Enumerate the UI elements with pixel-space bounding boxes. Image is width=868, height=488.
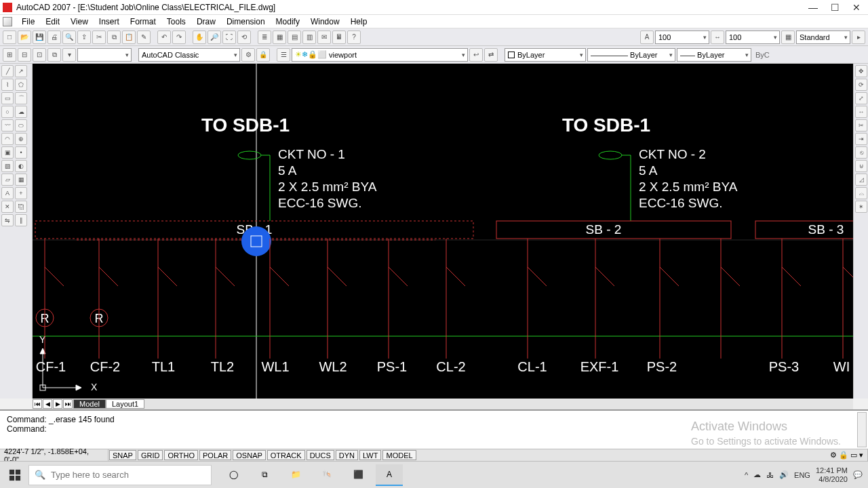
tab-layout1[interactable]: Layout1 — [106, 399, 144, 409]
zoom-rt-icon[interactable]: 🔎 — [208, 30, 221, 44]
lineweight-combo[interactable]: —— ByLayer — [677, 48, 751, 62]
insert-icon[interactable]: ⊕ — [15, 133, 27, 145]
taskbar-search[interactable]: 🔍 Type here to search — [28, 465, 212, 485]
menu-insert[interactable]: Insert — [94, 16, 125, 28]
ws5-icon[interactable]: ▾ — [62, 48, 76, 62]
extend-icon[interactable]: ⇥ — [855, 133, 867, 145]
tab-model[interactable]: Model — [73, 399, 106, 409]
revcloud-icon[interactable]: ☁ — [15, 106, 27, 118]
publish-icon[interactable]: ⇪ — [77, 30, 91, 44]
hatch-icon[interactable]: ▨ — [1, 160, 14, 172]
tray-notifications-icon[interactable]: 💬 — [853, 470, 863, 479]
minimize-button[interactable]: — — [808, 2, 818, 13]
menu-draw[interactable]: Draw — [191, 16, 221, 28]
dim-scale-combo[interactable]: 100 — [726, 30, 780, 44]
tray-network-icon[interactable]: 🖧 — [766, 471, 774, 479]
tab-next-icon[interactable]: ▶ — [53, 399, 62, 409]
mirror-icon[interactable]: ⇋ — [1, 214, 14, 226]
toggle-ortho[interactable]: ORTHO — [164, 450, 198, 460]
spline-icon[interactable]: 〰 — [1, 119, 14, 131]
textstyle-icon[interactable]: A — [640, 30, 654, 44]
menu-view[interactable]: View — [65, 16, 94, 28]
task-autocad-icon[interactable]: A — [376, 464, 403, 486]
task-app2-icon[interactable]: ⬛ — [344, 464, 372, 486]
arc-icon[interactable]: ⌒ — [15, 92, 27, 104]
task-explorer-icon[interactable]: 📁 — [282, 464, 309, 486]
cut-icon[interactable]: ✂ — [92, 30, 106, 44]
addsel-icon[interactable]: + — [15, 187, 27, 199]
table-icon2[interactable]: ▦ — [15, 174, 27, 186]
menu-modify[interactable]: Modify — [271, 16, 305, 28]
match-icon[interactable]: ✎ — [137, 30, 151, 44]
toggle-lwt[interactable]: LWT — [359, 450, 381, 460]
sheetset-icon[interactable]: ▥ — [302, 30, 316, 44]
ws4-icon[interactable]: ⧉ — [47, 48, 61, 62]
close-button[interactable]: ✕ — [852, 2, 861, 13]
copy-icon[interactable]: ⧉ — [107, 30, 121, 44]
region-icon[interactable]: ▱ — [1, 174, 14, 186]
menu-tools[interactable]: Tools — [161, 16, 191, 28]
menu-file[interactable]: File — [16, 16, 40, 28]
toggle-otrack[interactable]: OTRACK — [267, 450, 305, 460]
layer-mgr-icon[interactable]: ☰ — [277, 48, 290, 62]
move-icon[interactable]: ✥ — [855, 65, 867, 77]
ellipse-icon[interactable]: ⬭ — [15, 119, 27, 131]
circle-icon[interactable]: ○ — [1, 106, 14, 118]
toggle-osnap[interactable]: OSNAP — [233, 450, 266, 460]
ws2-icon[interactable]: ⊟ — [18, 48, 31, 62]
break-icon[interactable]: ⎋ — [855, 146, 867, 159]
copy-cmd-icon[interactable]: ⿻ — [15, 201, 27, 213]
block-combo[interactable] — [77, 48, 132, 62]
tray-up-icon[interactable]: ^ — [745, 471, 748, 479]
menu-window[interactable]: Window — [305, 16, 345, 28]
fillet-icon[interactable]: ⌓ — [855, 187, 867, 199]
tab-prev-icon[interactable]: ◀ — [43, 399, 52, 409]
paste-icon[interactable]: 📋 — [122, 30, 136, 44]
toggle-model[interactable]: MODEL — [382, 450, 416, 460]
pan-icon[interactable]: ✋ — [193, 30, 206, 44]
more-icon[interactable]: ▸ — [852, 30, 865, 44]
explode-icon[interactable]: ✶ — [855, 201, 867, 213]
task-taskview-icon[interactable]: ⧉ — [251, 464, 278, 486]
xline-icon[interactable]: ↗ — [15, 65, 27, 77]
workspace-combo[interactable]: AutoCAD Classic — [138, 48, 240, 62]
plot-icon[interactable]: 🖨 — [47, 30, 61, 44]
pline-icon[interactable]: ⌇ — [1, 79, 14, 91]
quickcalc-icon[interactable]: 🖩 — [332, 30, 346, 44]
toggle-polar[interactable]: POLAR — [199, 450, 231, 460]
save-icon[interactable]: 💾 — [33, 30, 46, 44]
new-icon[interactable]: □ — [3, 30, 16, 44]
tab-first-icon[interactable]: ⏮ — [33, 399, 42, 409]
point-icon[interactable]: • — [15, 146, 27, 159]
menu-format[interactable]: Format — [125, 16, 161, 28]
toggle-grid[interactable]: GRID — [138, 450, 163, 460]
polygon-icon[interactable]: ⬠ — [15, 79, 27, 91]
toggle-snap[interactable]: SNAP — [109, 450, 136, 460]
task-app1-icon[interactable]: 🐚 — [313, 464, 340, 486]
trim-icon[interactable]: ✂ — [855, 119, 867, 131]
markup-icon[interactable]: ✉ — [317, 30, 331, 44]
tray-volume-icon[interactable]: 🔊 — [779, 470, 789, 479]
zoom-win-icon[interactable]: ⛶ — [222, 30, 236, 44]
undo-icon[interactable]: ↶ — [157, 30, 171, 44]
system-tray[interactable]: ^ ☁ 🖧 🔊 ENG 12:41 PM 4/8/2020 💬 — [745, 466, 867, 483]
text-height-combo[interactable]: 100 — [655, 30, 709, 44]
rectangle-icon[interactable]: ▭ — [1, 92, 14, 104]
block-icon[interactable]: ▣ — [1, 146, 14, 159]
layer-combo[interactable]: ☀❄🔒⬜ viewport — [292, 48, 468, 62]
maximize-button[interactable]: ☐ — [830, 2, 840, 13]
designcenter-icon[interactable]: ▦ — [273, 30, 286, 44]
gradient-icon[interactable]: ◐ — [15, 160, 27, 172]
toolpalette-icon[interactable]: ▤ — [288, 30, 301, 44]
tray-onedrive-icon[interactable]: ☁ — [753, 470, 761, 479]
tab-last-icon[interactable]: ⏭ — [63, 399, 73, 409]
ws3-icon[interactable]: ⊡ — [33, 48, 46, 62]
zoom-prev-icon[interactable]: ⟲ — [237, 30, 251, 44]
cmd-scrollbar[interactable] — [857, 412, 867, 447]
layerstate-icon[interactable]: ⇄ — [484, 48, 498, 62]
preview-icon[interactable]: 🔍 — [62, 30, 76, 44]
layerprev-icon[interactable]: ↩ — [469, 48, 483, 62]
redo-icon[interactable]: ↷ — [172, 30, 186, 44]
toggle-ducs[interactable]: DUCS — [307, 450, 334, 460]
line-icon[interactable]: ╱ — [1, 65, 14, 77]
